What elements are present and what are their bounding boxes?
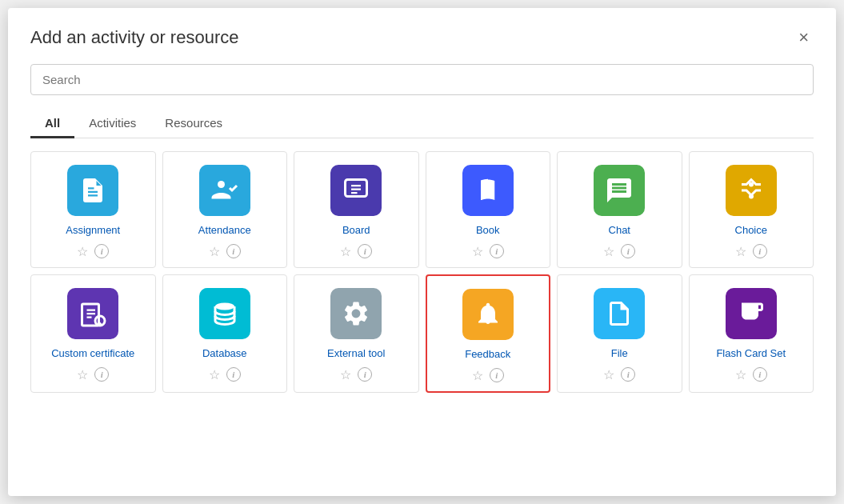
card-flash-card-set[interactable]: Flash Card Set☆i: [689, 274, 814, 393]
actions-chat: ☆i: [603, 244, 635, 259]
star-chat[interactable]: ☆: [603, 244, 614, 259]
card-external-tool[interactable]: External tool☆i: [294, 274, 419, 393]
card-board[interactable]: Board☆i: [294, 151, 419, 268]
icon-assignment: [67, 165, 118, 216]
card-chat[interactable]: Chat☆i: [557, 151, 682, 268]
label-flash-card-set: Flash Card Set: [716, 347, 786, 361]
icon-custom-certificate: [67, 288, 118, 339]
info-assignment[interactable]: i: [94, 244, 109, 258]
card-custom-certificate[interactable]: Custom certificate☆i: [30, 274, 156, 393]
info-board[interactable]: i: [358, 244, 372, 258]
icon-chat: [594, 165, 645, 216]
card-assignment[interactable]: Assignment☆i: [30, 151, 156, 268]
info-book[interactable]: i: [490, 244, 504, 258]
label-database: Database: [202, 347, 247, 361]
info-feedback[interactable]: i: [490, 368, 504, 382]
actions-book: ☆i: [472, 244, 504, 259]
label-book: Book: [476, 224, 500, 238]
modal-title: Add an activity or resource: [30, 27, 238, 48]
label-file: File: [611, 347, 628, 361]
icon-database: [199, 288, 250, 339]
label-chat: Chat: [609, 224, 630, 238]
card-database[interactable]: Database☆i: [162, 274, 288, 393]
star-custom-certificate[interactable]: ☆: [77, 367, 88, 382]
icon-attendance: [199, 165, 250, 216]
icon-file: [594, 288, 645, 339]
icon-external-tool: [330, 288, 382, 339]
svg-point-2: [749, 182, 754, 187]
label-external-tool: External tool: [327, 347, 385, 361]
icon-book: [462, 165, 514, 216]
label-feedback: Feedback: [465, 348, 510, 362]
modal-header: Add an activity or resource ×: [30, 27, 814, 48]
actions-feedback: ☆i: [472, 368, 504, 383]
card-choice[interactable]: Choice☆i: [689, 151, 814, 268]
actions-flash-card-set: ☆i: [735, 367, 767, 382]
close-button[interactable]: ×: [794, 27, 814, 48]
label-choice: Choice: [735, 224, 767, 238]
star-assignment[interactable]: ☆: [77, 244, 88, 259]
info-file[interactable]: i: [621, 367, 635, 382]
star-choice[interactable]: ☆: [735, 244, 746, 259]
modal: Add an activity or resource × All Activi…: [8, 8, 836, 496]
info-database[interactable]: i: [226, 367, 241, 382]
search-input[interactable]: [30, 64, 814, 95]
info-choice[interactable]: i: [753, 244, 767, 258]
svg-rect-1: [346, 180, 367, 197]
star-board[interactable]: ☆: [340, 244, 351, 259]
tab-activities[interactable]: Activities: [74, 110, 150, 138]
activity-grid: Assignment☆iAttendance☆iBoard☆iBook☆iCha…: [30, 151, 814, 393]
star-attendance[interactable]: ☆: [209, 244, 220, 259]
label-assignment: Assignment: [66, 224, 120, 238]
svg-point-0: [218, 181, 225, 188]
label-attendance: Attendance: [198, 224, 251, 238]
actions-board: ☆i: [340, 244, 372, 259]
card-attendance[interactable]: Attendance☆i: [162, 151, 288, 268]
info-external-tool[interactable]: i: [358, 367, 372, 382]
card-file[interactable]: File☆i: [557, 274, 682, 393]
star-flash-card-set[interactable]: ☆: [735, 367, 746, 382]
card-feedback[interactable]: Feedback☆i: [426, 274, 551, 393]
svg-point-6: [215, 302, 234, 310]
actions-choice: ☆i: [735, 244, 767, 259]
icon-choice: [726, 165, 777, 216]
actions-attendance: ☆i: [209, 244, 241, 259]
info-custom-certificate[interactable]: i: [94, 367, 109, 382]
icon-board: [330, 165, 382, 216]
star-external-tool[interactable]: ☆: [340, 367, 351, 382]
actions-assignment: ☆i: [77, 244, 109, 259]
tabs-container: All Activities Resources: [30, 110, 814, 138]
actions-external-tool: ☆i: [340, 367, 372, 382]
star-feedback[interactable]: ☆: [472, 368, 483, 383]
actions-custom-certificate: ☆i: [77, 367, 109, 382]
svg-point-3: [749, 194, 754, 199]
actions-database: ☆i: [209, 367, 241, 382]
tab-all[interactable]: All: [30, 110, 74, 138]
icon-flash-card-set: [726, 288, 777, 339]
icon-feedback: [462, 289, 514, 340]
card-book[interactable]: Book☆i: [426, 151, 551, 268]
star-file[interactable]: ☆: [603, 367, 614, 382]
info-flash-card-set[interactable]: i: [753, 367, 767, 382]
star-database[interactable]: ☆: [209, 367, 220, 382]
label-custom-certificate: Custom certificate: [51, 347, 134, 361]
star-book[interactable]: ☆: [472, 244, 483, 259]
info-attendance[interactable]: i: [226, 244, 241, 258]
tab-resources[interactable]: Resources: [150, 110, 237, 138]
actions-file: ☆i: [603, 367, 635, 382]
info-chat[interactable]: i: [621, 244, 635, 258]
label-board: Board: [342, 224, 370, 238]
